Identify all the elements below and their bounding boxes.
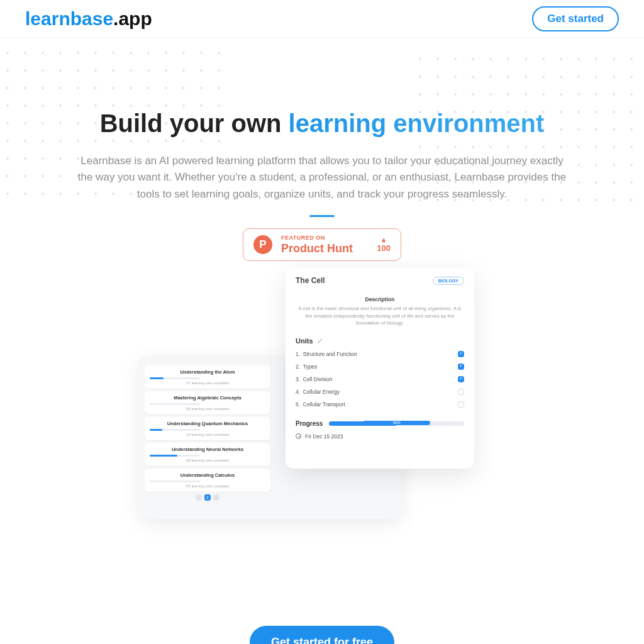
- goal-title: Mastering Algebraic Concepts: [150, 395, 265, 401]
- unit-row[interactable]: 5. Cellular Transport: [296, 401, 464, 408]
- checkbox-icon[interactable]: [458, 376, 464, 382]
- goal-card[interactable]: Understanding Neural Networks 3/6 learni…: [145, 443, 270, 466]
- hero-title-highlight: learning environment: [289, 109, 545, 137]
- goal-card[interactable]: Understanding Calculus 0/5 learning unit…: [145, 469, 270, 492]
- unit-detail-card: The Cell BIOLOGY Description A cell is t…: [286, 267, 474, 469]
- clock-icon: [296, 433, 301, 439]
- site-header: learnbase.app Get started: [0, 0, 644, 38]
- pager-current[interactable]: 1: [204, 494, 211, 501]
- detail-title: The Cell: [296, 276, 325, 285]
- goal-card[interactable]: Understanding the Atom 2/7 learning unit…: [145, 365, 270, 389]
- brand-part1: learnbase: [25, 8, 113, 30]
- producthunt-text: FEATURED ON Product Hunt: [281, 235, 353, 254]
- goal-progress-bar: [150, 403, 200, 405]
- unit-row[interactable]: 2. Types: [296, 364, 464, 370]
- hero-subtitle: Learnbase is an AI powered learning plat…: [77, 153, 567, 203]
- description-header: Description: [296, 296, 464, 303]
- progress-row: Progress 50%: [296, 420, 464, 427]
- goals-pager: ‹ 1 ›: [145, 494, 270, 501]
- goal-title: Understanding Calculus: [150, 472, 265, 478]
- progress-bar: 50%: [329, 421, 464, 426]
- goal-progress-bar: [150, 377, 200, 379]
- goal-title: Understanding Quantum Mechanics: [150, 421, 265, 426]
- checkbox-icon[interactable]: [458, 364, 464, 370]
- hero-section: Build your own learning environment Lear…: [0, 38, 644, 531]
- get-started-free-button[interactable]: Get started for free: [250, 626, 394, 644]
- units-header: Units: [296, 337, 464, 345]
- goal-card[interactable]: Mastering Algebraic Concepts 0/6 learnin…: [145, 391, 270, 414]
- upvote-icon: ▲: [377, 236, 391, 243]
- pager-prev[interactable]: ‹: [196, 494, 202, 501]
- bottom-cta-section: Get started for free: [0, 626, 644, 644]
- hero-title-plain: Build your own: [100, 109, 289, 137]
- goal-subtext: 0/5 learning units completed: [150, 484, 265, 488]
- producthunt-badge[interactable]: P FEATURED ON Product Hunt ▲ 100: [243, 228, 401, 261]
- goal-subtext: 1/4 learning units completed: [150, 433, 265, 436]
- edit-icon[interactable]: [317, 338, 323, 344]
- get-started-button[interactable]: Get started: [532, 6, 619, 31]
- goal-progress-bar: [150, 429, 200, 431]
- unit-row[interactable]: 1. Structure and Function: [296, 351, 464, 357]
- goal-subtext: 3/6 learning units completed: [150, 458, 265, 462]
- producthunt-name: Product Hunt: [281, 243, 353, 254]
- hero-title: Build your own learning environment: [38, 108, 606, 139]
- producthunt-votes: 100: [377, 243, 391, 253]
- goal-progress-bar: [150, 480, 200, 482]
- goal-subtext: 2/7 learning units completed: [150, 381, 265, 385]
- detail-date: Fri Dec 15 2023: [296, 433, 464, 440]
- pager-next[interactable]: ›: [213, 494, 219, 501]
- producthunt-featured: FEATURED ON: [281, 235, 353, 241]
- goal-title: Understanding Neural Networks: [150, 447, 265, 452]
- detail-tag: BIOLOGY: [433, 277, 464, 285]
- description-text: A cell is the basic structural and funct…: [296, 305, 464, 327]
- unit-row[interactable]: 3. Cell Division: [296, 376, 464, 382]
- unit-row[interactable]: 4. Cellular Energy: [296, 389, 464, 395]
- brand-part2: .app: [113, 8, 152, 30]
- producthunt-icon: P: [253, 235, 272, 254]
- checkbox-icon[interactable]: [458, 351, 464, 357]
- goal-card[interactable]: Understanding Quantum Mechanics 1/4 lear…: [145, 417, 270, 440]
- goal-subtext: 0/6 learning units completed: [150, 407, 265, 411]
- checkbox-icon[interactable]: [458, 401, 464, 408]
- producthunt-vote: ▲ 100: [377, 236, 391, 253]
- hero-divider: [309, 215, 335, 217]
- checkbox-icon[interactable]: [458, 389, 464, 395]
- goal-progress-bar: [150, 455, 200, 457]
- brand-logo[interactable]: learnbase.app: [25, 8, 152, 30]
- hero-illustration: Understanding the Atom 2/7 learning unit…: [38, 267, 606, 531]
- goal-title: Understanding the Atom: [150, 369, 265, 375]
